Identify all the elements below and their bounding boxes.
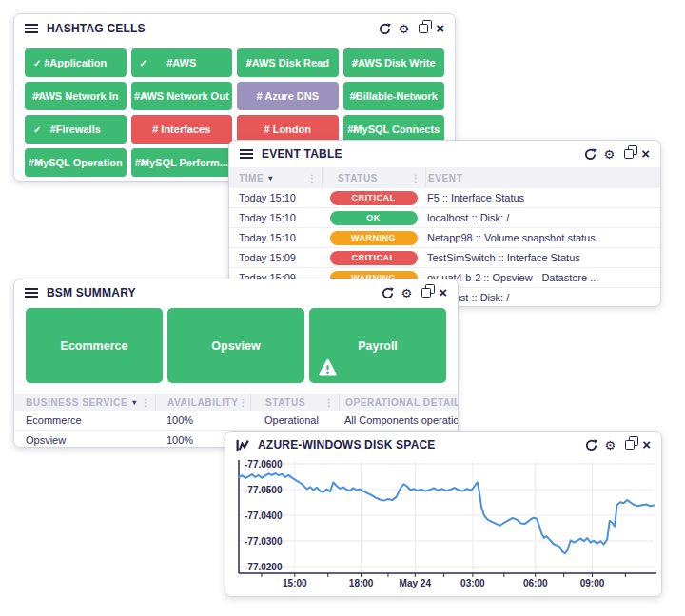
refresh-icon[interactable] <box>379 23 391 35</box>
hashtag-cell[interactable]: # Interfaces <box>131 115 233 144</box>
hashtag-cell[interactable]: ✓#Application <box>25 48 127 77</box>
status-badge: CRITICAL <box>330 251 418 265</box>
refresh-icon[interactable] <box>585 439 597 452</box>
menu-icon[interactable] <box>240 149 253 159</box>
column-menu-icon[interactable]: ⋮ <box>307 173 322 183</box>
y-axis-label: -77.0400 <box>245 510 283 521</box>
bsm-table-header: BUSINESS SERVICE ▾ ⋮ AVAILABILITY ⋮ STAT… <box>14 394 458 411</box>
close-icon[interactable]: × <box>436 21 444 35</box>
x-axis-label: May 24 <box>400 578 432 588</box>
hashtag-cell[interactable]: ✓#Billable-Network <box>343 82 445 110</box>
column-header-time[interactable]: TIME ▾ ⋮ <box>229 167 322 188</box>
gear-icon[interactable]: ⚙ <box>604 148 616 161</box>
window-header[interactable]: HASHTAG CELLS ⚙ × <box>14 14 455 43</box>
event-time: Today 15:10 <box>229 232 322 243</box>
gear-icon[interactable]: ⚙ <box>605 439 616 452</box>
event-table-row[interactable]: Today 15:10CRITICALF5 :: Interface Statu… <box>229 188 660 208</box>
window-header[interactable]: EVENT TABLE ⚙ × <box>229 141 660 167</box>
column-label: EVENT <box>428 173 462 183</box>
hashtag-cell[interactable]: ✓#MySQL Perform... <box>131 148 233 177</box>
hashtag-cell[interactable]: ✓#Firewalls <box>25 115 127 144</box>
bsm-tile[interactable]: Opsview <box>167 308 304 383</box>
menu-icon[interactable] <box>25 24 38 33</box>
hashtag-cell-label: #AWS Network In <box>32 90 118 102</box>
disk-space-series-line <box>239 473 654 553</box>
bsm-tiles: EcommerceOpsviewPayroll <box>14 306 458 383</box>
hashtag-cell[interactable]: ✓#AWS <box>131 48 233 77</box>
check-icon: ✓ <box>33 58 41 68</box>
column-label: OPERATIONAL DETAIL <box>345 397 458 408</box>
status-badge: CRITICAL <box>330 191 418 205</box>
column-header-operational-detail[interactable]: OPERATIONAL DETAIL <box>339 394 458 411</box>
hashtag-cell-label: #AWS Disk Write <box>352 57 436 68</box>
column-header-availability[interactable]: AVAILABILITY ⋮ <box>155 394 250 411</box>
check-icon: ✓ <box>140 91 147 102</box>
column-label: STATUS <box>338 173 378 183</box>
event-status-cell: OK <box>322 211 425 225</box>
column-header-event[interactable]: EVENT <box>425 167 660 188</box>
y-axis-label: -77.0300 <box>245 536 283 547</box>
window-actions: ⚙ × <box>584 148 650 161</box>
x-axis-label: 06:00 <box>523 578 548 588</box>
close-icon[interactable]: × <box>642 437 651 452</box>
close-icon[interactable]: × <box>439 285 447 299</box>
column-menu-icon[interactable]: ⋮ <box>411 173 425 183</box>
refresh-icon[interactable] <box>584 148 597 161</box>
status-badge: WARNING <box>330 231 418 245</box>
warning-icon <box>318 358 338 376</box>
hashtag-cell[interactable]: ✓#MySQL Operation <box>25 148 127 177</box>
bsm-table-row[interactable]: Ecommerce100%OperationalAll Components o… <box>14 411 458 431</box>
duplicate-icon[interactable] <box>419 24 428 33</box>
menu-icon[interactable] <box>25 288 38 298</box>
duplicate-icon[interactable] <box>421 288 431 298</box>
bsm-status: Operational <box>250 414 339 426</box>
check-icon: ✓ <box>352 58 360 68</box>
check-icon: ✓ <box>140 58 147 68</box>
hashtag-cell[interactable]: ✓#AWS Disk Read <box>237 48 339 77</box>
bsm-tile[interactable]: Ecommerce <box>26 308 163 383</box>
column-header-status[interactable]: STATUS ⋮ <box>250 394 339 411</box>
hashtag-cell[interactable]: ✓#AWS Disk Write <box>343 48 445 77</box>
event-table-row[interactable]: Today 15:10WARNINGNetapp98 :: Volume sna… <box>229 228 660 248</box>
bsm-tile-label: Opsview <box>211 339 260 353</box>
bsm-summary-window: BSM SUMMARY ⚙ × EcommerceOpsviewPayroll … <box>13 279 459 448</box>
check-icon: ✓ <box>33 125 41 135</box>
close-icon[interactable]: × <box>641 146 650 161</box>
column-label: STATUS <box>265 397 305 408</box>
y-axis-label: -77.0500 <box>245 485 283 495</box>
chart-icon <box>236 439 250 452</box>
event-table-row[interactable]: Today 15:10OKlocalhost :: Disk: / <box>229 208 660 228</box>
check-icon: ✓ <box>245 58 253 68</box>
y-axis-label: -77.0600 <box>245 459 283 470</box>
window-header[interactable]: AZURE-WINDOWS DISK SPACE ⚙ × <box>225 432 661 458</box>
window-header[interactable]: BSM SUMMARY ⚙ × <box>14 279 458 306</box>
column-header-status[interactable]: STATUS ⋮ <box>322 167 425 188</box>
event-status-cell: WARNING <box>322 231 425 245</box>
x-axis-label: 09:00 <box>580 578 605 588</box>
check-icon: ✓ <box>33 91 41 102</box>
gear-icon[interactable]: ⚙ <box>401 287 413 299</box>
column-menu-icon[interactable]: ⋮ <box>324 397 339 408</box>
duplicate-icon[interactable] <box>625 440 635 450</box>
hashtag-cell[interactable]: ✓#AWS Network In <box>25 82 127 110</box>
column-menu-icon[interactable]: ⋮ <box>141 397 155 408</box>
event-table-header: TIME ▾ ⋮ STATUS ⋮ EVENT <box>229 167 660 188</box>
hashtag-cell-label: #Firewalls <box>50 124 101 135</box>
hashtag-cell[interactable]: ✓#AWS Network Out <box>131 82 233 110</box>
disk-space-chart-window: AZURE-WINDOWS DISK SPACE ⚙ × -77.0600-77… <box>225 431 662 597</box>
check-icon: ✓ <box>352 91 360 102</box>
event-time: Today 15:10 <box>229 192 322 203</box>
hashtag-cell-label: # Azure DNS <box>256 90 319 102</box>
window-actions: ⚙ × <box>382 287 447 299</box>
column-header-business-service[interactable]: BUSINESS SERVICE ▾ ⋮ <box>14 394 155 411</box>
refresh-icon[interactable] <box>382 287 394 299</box>
hashtag-cell[interactable]: # Azure DNS <box>237 82 339 110</box>
x-axis-label: 03:00 <box>460 578 485 588</box>
bsm-tile[interactable]: Payroll <box>309 308 446 383</box>
sort-desc-icon: ▾ <box>132 398 137 407</box>
event-description: Netapp98 :: Volume snapshot status <box>425 232 660 243</box>
event-table-row[interactable]: Today 15:09CRITICALTestSimSwitch :: Inte… <box>229 248 660 268</box>
duplicate-icon[interactable] <box>624 149 634 159</box>
gear-icon[interactable]: ⚙ <box>399 23 410 35</box>
window-actions: ⚙ × <box>585 439 651 452</box>
